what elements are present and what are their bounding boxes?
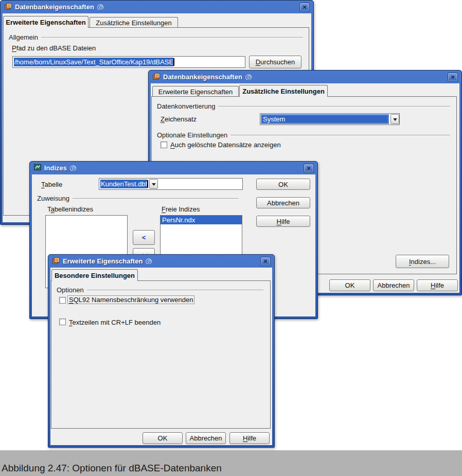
charset-value: System (263, 115, 285, 123)
tab-besondere-einstellungen[interactable]: Besondere Einstellungen (51, 269, 138, 281)
help-button[interactable]: Hilfe (229, 432, 270, 444)
help-button[interactable]: Hilfe (256, 216, 310, 227)
move-left-icon: < (142, 234, 146, 241)
group-label: Optionen (57, 286, 84, 294)
database-icon (152, 72, 161, 82)
group-allgemein: Allgemein (9, 33, 303, 41)
cancel-button[interactable]: Abbrechen (373, 279, 414, 291)
ok-button-label: OK (158, 434, 168, 442)
show-deleted-label: Auch gelöschte Datensätze anzeigen (170, 141, 281, 149)
window-title: Datenbankeigenschaften (163, 73, 242, 81)
text-caret (173, 58, 174, 66)
group-label: Allgemein (9, 33, 38, 41)
dialog-client-area: Besondere Einstellungen Optionen SQL92 N… (50, 268, 272, 445)
screenshot-stage: Abbildung 2.47: Optionen für dBASE-Daten… (0, 0, 462, 476)
group-label: Optionale Einstellungen (157, 131, 227, 139)
chevron-down-icon (152, 183, 156, 188)
combobox-arrow-button[interactable] (149, 179, 158, 189)
cancel-button-label: Abbrechen (378, 281, 410, 289)
group-optionen: Optionen (57, 286, 263, 294)
figure-caption-text: Abbildung 2.47: Optionen für dBASE-Daten… (2, 463, 222, 474)
ok-button-label: OK (278, 181, 288, 188)
table-combobox[interactable]: KundenTest.dbf (99, 178, 243, 190)
dropdown-arrow-button[interactable] (390, 114, 399, 124)
close-icon: × (451, 73, 455, 81)
staroffice-seal-icon (97, 3, 104, 12)
group-line (218, 106, 450, 107)
window-title: Indizes (44, 164, 67, 172)
table-combobox-selected-text: KundenTest.dbf (100, 180, 147, 188)
group-line (41, 37, 303, 38)
crlf-checkbox[interactable] (59, 319, 66, 325)
chevron-down-icon (393, 118, 397, 123)
group-optionale-einstellungen: Optionale Einstellungen (157, 131, 450, 139)
cancel-button[interactable]: Abbrechen (186, 432, 226, 444)
cancel-button-label: Abbrechen (267, 199, 299, 207)
database-icon (4, 2, 12, 12)
group-datenkonvertierung: Datenkonvertierung (157, 102, 450, 110)
table-label: Tabelle (41, 181, 62, 188)
crlf-label: Textzeilen mit CR+LF beenden (69, 319, 161, 326)
help-button-label: Hilfe (431, 281, 444, 289)
database-icon (52, 256, 60, 267)
help-button-label: Hilfe (276, 218, 290, 225)
close-button[interactable]: × (260, 257, 271, 266)
browse-button[interactable]: Durchsuchen (249, 56, 301, 68)
path-input-selected-text: /home/born/LinuxSave/Text_StarOffice/Kap… (14, 58, 173, 66)
tab-zusaetzliche-einstellungen[interactable]: Zusätzliche Einstellungen (239, 85, 328, 97)
group-line (87, 290, 263, 291)
staroffice-seal-icon (245, 73, 253, 82)
window-title: Erweiterte Eigenschaften (63, 257, 143, 265)
list-item[interactable]: PersNr.ndx (161, 216, 242, 224)
indexes-button-label: Indizes... (409, 258, 436, 266)
titlebar[interactable]: Datenbankeigenschaften × (3, 1, 311, 13)
path-input[interactable]: /home/born/LinuxSave/Text_StarOffice/Kap… (12, 56, 245, 68)
titlebar[interactable]: Erweiterte Eigenschaften × (50, 255, 272, 268)
charset-dropdown[interactable]: System (260, 113, 400, 125)
group-line (230, 135, 450, 136)
close-icon: × (263, 257, 268, 265)
move-left-button[interactable]: < (133, 230, 155, 245)
group-label: Datenkonvertierung (157, 102, 215, 110)
path-label: Pfad zu den dBASE Dateien (12, 44, 96, 52)
sql92-label: SQL92 Namensbeschränkung verwenden (67, 295, 194, 304)
ok-button[interactable]: OK (329, 279, 370, 291)
cancel-button[interactable]: Abbrechen (256, 197, 310, 208)
help-button[interactable]: Hilfe (417, 279, 458, 291)
group-line (73, 198, 239, 199)
tab-zusaetzliche-einstellungen[interactable]: Zusätzliche Einstellungen (90, 17, 178, 28)
close-button[interactable]: × (304, 164, 314, 173)
close-button[interactable]: × (448, 73, 458, 82)
titlebar[interactable]: Datenbankeigenschaften × (151, 70, 459, 83)
close-button[interactable]: × (299, 3, 310, 12)
group-label: Zuweisung (37, 195, 69, 202)
window-title: Datenbankeigenschaften (15, 3, 94, 11)
close-icon: × (307, 164, 311, 172)
tab-erweiterte-eigenschaften[interactable]: Erweiterte Eigenschaften (152, 86, 239, 97)
staroffice-seal-icon (69, 164, 77, 173)
free-indexes-label: Freie Indizes (162, 205, 200, 213)
close-icon: × (303, 3, 307, 11)
figure-caption-bar: Abbildung 2.47: Optionen für dBASE-Daten… (0, 450, 462, 476)
charset-label: Zeichensatz (161, 115, 197, 123)
titlebar[interactable]: Indizes × (32, 162, 315, 174)
text-caret (147, 180, 148, 188)
ok-button[interactable]: OK (256, 179, 310, 190)
ok-button[interactable]: OK (143, 432, 183, 444)
indexes-button[interactable]: Indizes... (396, 255, 449, 268)
show-deleted-checkbox[interactable] (161, 142, 167, 148)
charset-selected-value-area: System (261, 114, 389, 124)
ok-button-label: OK (345, 281, 355, 289)
group-zuweisung: Zuweisung (37, 195, 239, 202)
browse-button-label: Durchsuchen (256, 58, 295, 66)
table-indexes-label: Tabellenindizes (47, 205, 93, 213)
cancel-button-label: Abbrechen (190, 434, 222, 442)
staroffice-seal-icon (145, 257, 153, 266)
help-button-label: Hilfe (243, 434, 256, 442)
dialog-advanced-properties: Erweiterte Eigenschaften × Besondere Ein… (48, 254, 275, 448)
sql92-checkbox[interactable] (59, 297, 66, 304)
tab-erweiterte-eigenschaften[interactable]: Erweiterte Eigenschaften (3, 16, 88, 28)
table-index-icon (33, 163, 42, 173)
